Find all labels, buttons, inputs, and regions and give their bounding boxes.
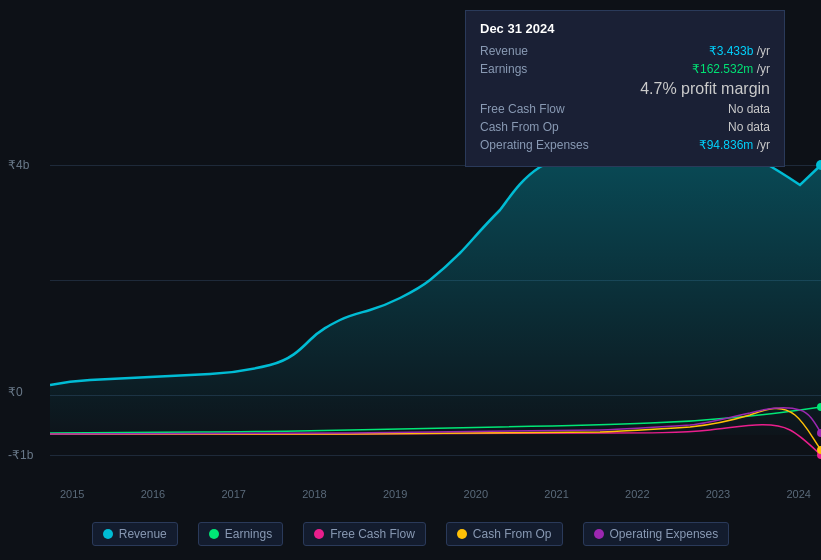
revenue-area: [50, 155, 821, 435]
profit-margin-text: 4.7% profit margin: [640, 80, 770, 98]
legend-dot-fcf: [314, 529, 324, 539]
tooltip-label-opex: Operating Expenses: [480, 138, 600, 152]
tooltip-label-fcf: Free Cash Flow: [480, 102, 600, 116]
tooltip-value-revenue: ₹3.433b /yr: [709, 44, 770, 58]
x-label-2015: 2015: [60, 488, 84, 500]
tooltip-value-cashfromop: No data: [728, 120, 770, 134]
legend-label-cashfromop: Cash From Op: [473, 527, 552, 541]
legend-item-revenue[interactable]: Revenue: [92, 522, 178, 546]
legend-dot-cashfromop: [457, 529, 467, 539]
y-label-mid: ₹0: [8, 385, 23, 399]
legend-item-opex[interactable]: Operating Expenses: [583, 522, 730, 546]
legend-dot-revenue: [103, 529, 113, 539]
revenue-amount: ₹3.433b: [709, 44, 754, 58]
earnings-amount: ₹162.532m: [692, 62, 753, 76]
legend: Revenue Earnings Free Cash Flow Cash Fro…: [0, 522, 821, 546]
x-label-2017: 2017: [221, 488, 245, 500]
tooltip-value-fcf: No data: [728, 102, 770, 116]
legend-dot-opex: [594, 529, 604, 539]
x-label-2020: 2020: [464, 488, 488, 500]
y-label-bottom: -₹1b: [8, 448, 33, 462]
profit-margin-row: 4.7% profit margin: [480, 80, 770, 98]
tooltip-date: Dec 31 2024: [480, 21, 770, 36]
x-label-2016: 2016: [141, 488, 165, 500]
tooltip-label-earnings: Earnings: [480, 62, 600, 76]
legend-label-opex: Operating Expenses: [610, 527, 719, 541]
legend-label-earnings: Earnings: [225, 527, 272, 541]
tooltip-label-revenue: Revenue: [480, 44, 600, 58]
x-label-2024: 2024: [786, 488, 810, 500]
chart-svg: [50, 155, 821, 485]
tooltip-label-cashfromop: Cash From Op: [480, 120, 600, 134]
legend-label-fcf: Free Cash Flow: [330, 527, 415, 541]
x-label-2022: 2022: [625, 488, 649, 500]
opex-amount: ₹94.836m: [699, 138, 754, 152]
x-axis: 2015 2016 2017 2018 2019 2020 2021 2022 …: [50, 488, 821, 500]
legend-label-revenue: Revenue: [119, 527, 167, 541]
x-label-2021: 2021: [544, 488, 568, 500]
x-label-2018: 2018: [302, 488, 326, 500]
legend-item-cashfromop[interactable]: Cash From Op: [446, 522, 563, 546]
tooltip-row-earnings: Earnings ₹162.532m /yr: [480, 62, 770, 76]
y-label-top: ₹4b: [8, 158, 29, 172]
tooltip-row-fcf: Free Cash Flow No data: [480, 102, 770, 116]
tooltip-row-opex: Operating Expenses ₹94.836m /yr: [480, 138, 770, 152]
x-label-2019: 2019: [383, 488, 407, 500]
legend-dot-earnings: [209, 529, 219, 539]
legend-item-fcf[interactable]: Free Cash Flow: [303, 522, 426, 546]
x-label-2023: 2023: [706, 488, 730, 500]
chart-container: Dec 31 2024 Revenue ₹3.433b /yr Earnings…: [0, 0, 821, 560]
tooltip-row-revenue: Revenue ₹3.433b /yr: [480, 44, 770, 58]
legend-item-earnings[interactable]: Earnings: [198, 522, 283, 546]
tooltip-value-earnings: ₹162.532m /yr: [692, 62, 770, 76]
tooltip-box: Dec 31 2024 Revenue ₹3.433b /yr Earnings…: [465, 10, 785, 167]
tooltip-row-cashfromop: Cash From Op No data: [480, 120, 770, 134]
tooltip-value-opex: ₹94.836m /yr: [699, 138, 770, 152]
